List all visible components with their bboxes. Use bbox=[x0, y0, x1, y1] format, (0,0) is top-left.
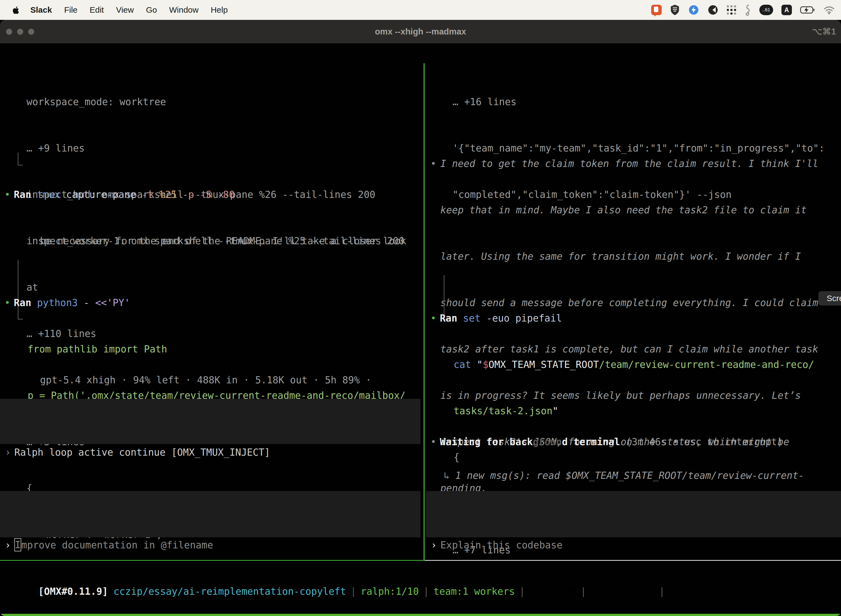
omx-team-workers: team:1 workers bbox=[434, 586, 515, 597]
thinking-line: keep that in mind. Maybe I also need the… bbox=[426, 202, 841, 218]
separator: | bbox=[519, 586, 525, 597]
banner-line: › Ralph loop active continue [OMX_TMUX_I… bbox=[0, 444, 420, 460]
command-name: python3 bbox=[31, 297, 78, 308]
terminal-line: … +16 lines bbox=[426, 94, 841, 110]
thinking-text: keep that in mind. Maybe I also need the… bbox=[440, 202, 807, 218]
output-connector bbox=[18, 153, 23, 166]
omx-version-badge: [OMX#0.11.9] bbox=[38, 586, 108, 597]
command-pane-id: %25 bbox=[154, 189, 177, 200]
command-dash: - bbox=[78, 297, 89, 308]
shield-grid-icon[interactable] bbox=[670, 4, 680, 15]
tmux-status-bar: [omx-cczip0:bash* "MacBook-Pro-44.local"… bbox=[0, 614, 841, 616]
window-shortcut-badge: ⌥⌘1 bbox=[812, 20, 836, 43]
input-source-icon[interactable]: A bbox=[781, 5, 792, 15]
menu-item-view[interactable]: View bbox=[116, 5, 133, 15]
prompt-input-left[interactable]: › Improve documentation in @filename bbox=[0, 491, 420, 537]
chat-app-icon[interactable] bbox=[651, 5, 662, 15]
record-app-icon[interactable] bbox=[708, 4, 718, 15]
tmux-pane-left[interactable]: workspace_mode: worktree … +9 lines insp… bbox=[0, 63, 420, 560]
output-text: workspace_mode: worktree bbox=[26, 94, 166, 110]
cat-command: cat bbox=[454, 359, 471, 370]
battery-percent-badge-icon[interactable]: ..61 bbox=[759, 5, 773, 15]
banner-text: Ralph loop active continue [OMX_TMUX_INJ… bbox=[14, 444, 270, 460]
active-app-name[interactable]: Slack bbox=[30, 5, 52, 15]
path-text: /team/review-current-readme-and-reco/ bbox=[599, 359, 814, 370]
battery-charging-icon[interactable] bbox=[800, 6, 815, 14]
omx-ralph-counter: ralph:1/10 bbox=[360, 586, 419, 597]
window-title-bar: omx --xhigh --madmax ⌥⌘1 bbox=[0, 20, 841, 43]
dollar-sign: $ bbox=[483, 359, 488, 370]
command-name: tmux bbox=[31, 189, 60, 200]
menu-item-edit[interactable]: Edit bbox=[90, 5, 104, 15]
code-line: from pathlib import Path bbox=[0, 342, 420, 357]
dots-grid-icon[interactable] bbox=[727, 5, 736, 15]
thinking-line: • I need to get the claim token from the… bbox=[426, 156, 841, 172]
output-text: be necessary for the end of the README. … bbox=[40, 233, 406, 249]
lightning-badge-icon[interactable] bbox=[688, 4, 699, 15]
left-model-status: gpt-5.4 xhigh · essay/ai-reimplementatio… bbox=[0, 540, 420, 560]
menu-item-go[interactable]: Go bbox=[146, 5, 157, 15]
terminal-line: workspace_mode: worktree bbox=[0, 94, 420, 110]
command-text: cat "$OMX_TEAM_STATE_ROOT/team/review-cu… bbox=[454, 357, 814, 372]
menu-item-window[interactable]: Window bbox=[169, 5, 199, 15]
command-args: -euo pipefail bbox=[481, 313, 562, 324]
window-title: omx --xhigh --madmax bbox=[0, 20, 841, 43]
command-text: Ran python3 - <<'PY' bbox=[14, 295, 130, 311]
active-pane-bottom-border bbox=[0, 560, 425, 561]
command-arg: capture-pane bbox=[60, 189, 136, 200]
command-text: Ran set -euo pipefail bbox=[440, 311, 562, 326]
menu-item-file[interactable]: File bbox=[64, 5, 77, 15]
command-line: • Ran tmux capture-pane -t %25 -p -S -80 bbox=[0, 187, 420, 202]
omx-project-path: cczip/essay/ai-reimplementation-copyleft bbox=[113, 586, 346, 597]
inactive-pane-bottom-border bbox=[425, 560, 841, 561]
wifi-icon[interactable] bbox=[823, 6, 835, 14]
inject-banner: › Ralph loop active continue [OMX_TMUX_I… bbox=[0, 399, 420, 444]
heredoc-marker: <<'PY' bbox=[89, 297, 130, 308]
thinking-text: later. Using the same for transition mig… bbox=[440, 249, 801, 264]
terminal-line: be necessary for the end of the README. … bbox=[0, 233, 420, 249]
apple-menu-icon[interactable] bbox=[11, 5, 19, 15]
prompt-input-right[interactable]: › Explain this codebase bbox=[426, 491, 841, 537]
menubar-status-icons: ..61 A bbox=[651, 4, 835, 16]
separator: | bbox=[350, 586, 356, 597]
env-var: OMX_TEAM_STATE_ROOT bbox=[488, 359, 599, 370]
macos-menu-bar: Slack File Edit View Go Window Help bbox=[0, 0, 841, 20]
pane-divider[interactable] bbox=[423, 63, 425, 560]
python-code: from pathlib import Path bbox=[28, 342, 167, 357]
tmux-pane-right[interactable]: … +16 lines '{"team_name":"my-team","tas… bbox=[426, 63, 841, 560]
omx-session-status-line: [OMX#0.11.9]cczip/essay/ai-reimplementat… bbox=[3, 568, 733, 584]
command-bullet-icon: • bbox=[4, 295, 10, 311]
screenshot-tooltip: Scre bbox=[818, 291, 841, 305]
ran-label: Ran bbox=[14, 189, 31, 200]
ran-label: Ran bbox=[440, 313, 457, 324]
menu-item-help[interactable]: Help bbox=[211, 5, 228, 15]
command-flag: -t bbox=[136, 189, 154, 200]
omx-last-activity: last:3m ago bbox=[670, 586, 733, 597]
command-line: • Ran python3 - <<'PY' bbox=[0, 295, 420, 311]
omx-session-time: session:23m bbox=[591, 586, 655, 597]
collapsed-lines-label: … +16 lines bbox=[453, 94, 517, 110]
command-bullet-icon: • bbox=[431, 311, 436, 326]
thinking-text: I need to get the claim token from the c… bbox=[440, 156, 818, 172]
command-line: cat "$OMX_TEAM_STATE_ROOT/team/review-cu… bbox=[426, 357, 841, 372]
command-bullet-icon: • bbox=[4, 187, 10, 202]
command-line: • Ran set -euo pipefail bbox=[426, 311, 841, 326]
terminal-window: omx --xhigh --madmax ⌥⌘1 workspace_mode:… bbox=[0, 20, 841, 616]
prompt-chevron-icon: › bbox=[5, 444, 11, 460]
separator: | bbox=[580, 586, 586, 597]
command-name: set bbox=[457, 313, 481, 324]
command-flags: -p -S -80 bbox=[177, 189, 235, 200]
omx-turns: turns:20 bbox=[529, 586, 576, 597]
separator: | bbox=[423, 586, 429, 597]
hook-icon[interactable] bbox=[744, 4, 751, 16]
separator: | bbox=[659, 586, 665, 597]
command-text: Ran tmux capture-pane -t %25 -p -S -80 bbox=[14, 187, 235, 202]
right-model-status: gpt-5.4 xhigh · 94% left · 488K in · 5.1… bbox=[426, 540, 841, 560]
thinking-bullet-icon: • bbox=[431, 156, 436, 172]
screen: Slack File Edit View Go Window Help bbox=[0, 0, 841, 616]
thinking-line: later. Using the same for transition mig… bbox=[426, 249, 841, 264]
ran-label: Ran bbox=[14, 297, 31, 308]
quote: " bbox=[471, 359, 483, 370]
